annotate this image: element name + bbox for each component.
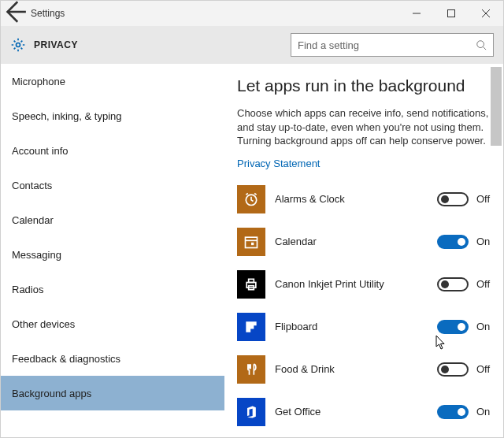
window-buttons <box>399 1 503 26</box>
maximize-button[interactable] <box>434 1 469 26</box>
svg-line-6 <box>484 47 487 50</box>
toggle-state-label: On <box>476 321 495 332</box>
sidebar-item-microphone[interactable]: Microphone <box>1 64 224 98</box>
toggle-state-label: On <box>476 406 495 418</box>
toggle-alarms[interactable] <box>437 192 469 206</box>
sidebar-item-feedback-diagnostics[interactable]: Feedback & diagnostics <box>1 341 224 376</box>
app-row-get-office: Get OfficeOn <box>237 393 495 431</box>
sidebar: MicrophoneSpeech, inking, & typingAccoun… <box>1 64 224 437</box>
app-label: Food & Drink <box>275 363 437 375</box>
search-placeholder: Find a setting <box>298 39 476 51</box>
app-label: Alarms & Clock <box>275 193 437 205</box>
calendar-icon <box>237 228 265 256</box>
gear-icon <box>10 37 26 53</box>
privacy-statement-link[interactable]: Privacy Statement <box>237 158 495 169</box>
page-heading: Let apps run in the background <box>237 76 495 95</box>
svg-rect-12 <box>249 279 254 282</box>
section-title: PRIVACY <box>34 39 291 50</box>
app-label: Canon Inkjet Print Utility <box>275 278 437 290</box>
app-row-canon-inkjet-print-utility: Canon Inkjet Print UtilityOff <box>237 265 495 303</box>
sidebar-item-radios[interactable]: Radios <box>1 272 224 306</box>
header: PRIVACY Find a setting <box>1 26 503 64</box>
sidebar-item-calendar[interactable]: Calendar <box>1 202 224 237</box>
svg-point-5 <box>477 41 484 48</box>
search-icon <box>476 39 487 50</box>
app-row-food-drink: Food & DrinkOff <box>237 351 495 388</box>
sidebar-item-account-info[interactable]: Account info <box>1 133 224 168</box>
titlebar: Settings <box>1 1 503 26</box>
alarms-icon <box>237 185 265 213</box>
toggle-office[interactable] <box>437 405 469 419</box>
food-icon <box>237 355 265 384</box>
search-input[interactable]: Find a setting <box>291 33 494 57</box>
svg-point-4 <box>17 43 20 47</box>
toggle-food[interactable] <box>437 362 469 377</box>
back-button[interactable] <box>1 0 28 28</box>
office-icon <box>237 398 265 426</box>
close-button[interactable] <box>469 1 503 26</box>
sidebar-item-speech-inking-typing[interactable]: Speech, inking, & typing <box>1 98 224 133</box>
app-label: Calendar <box>275 236 437 247</box>
svg-rect-10 <box>251 242 254 244</box>
toggle-state-label: On <box>476 236 495 247</box>
toggle-state-label: Off <box>476 193 495 205</box>
toggle-flipboard[interactable] <box>437 320 469 334</box>
toggle-state-label: Off <box>476 278 495 290</box>
app-row-alarms-clock: Alarms & ClockOff <box>237 180 495 218</box>
app-label: Flipboard <box>275 321 437 332</box>
app-row-flipboard: FlipboardOn <box>237 308 495 346</box>
sidebar-item-background-apps[interactable]: Background apps <box>1 376 224 410</box>
app-row-get-skype: SGet SkypeOn <box>237 436 495 437</box>
flipboard-icon <box>237 313 265 341</box>
printer-icon <box>237 270 265 299</box>
toggle-calendar[interactable] <box>437 235 469 249</box>
svg-rect-1 <box>448 10 455 17</box>
svg-rect-8 <box>246 237 258 247</box>
app-row-calendar: CalendarOn <box>237 223 495 261</box>
sidebar-item-other-devices[interactable]: Other devices <box>1 306 224 341</box>
sidebar-item-contacts[interactable]: Contacts <box>1 168 224 202</box>
toggle-state-label: Off <box>476 363 495 375</box>
window-title: Settings <box>28 8 399 19</box>
main-panel: Let apps run in the background Choose wh… <box>224 64 503 437</box>
minimize-button[interactable] <box>399 1 434 26</box>
app-label: Get Office <box>275 406 437 418</box>
scrollbar-thumb[interactable] <box>491 67 502 146</box>
page-description: Choose which apps can receive info, send… <box>237 106 495 148</box>
sidebar-item-messaging[interactable]: Messaging <box>1 237 224 272</box>
toggle-printer[interactable] <box>437 277 469 291</box>
